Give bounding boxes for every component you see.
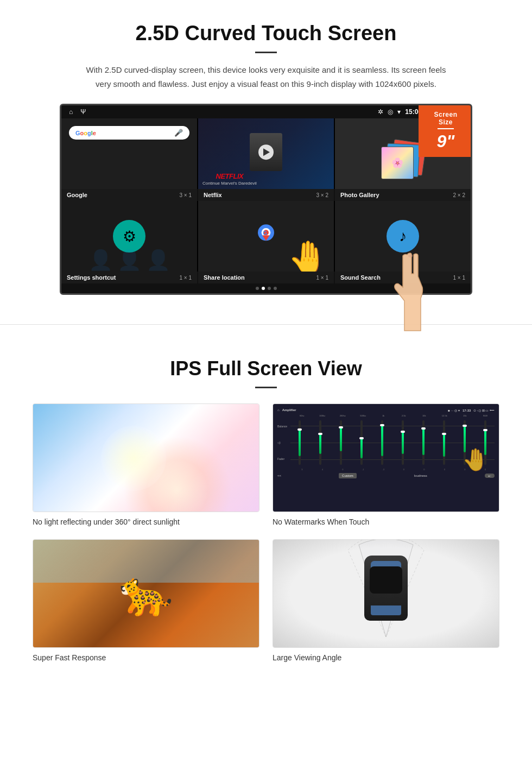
sound-icon: ♪ [387,220,419,253]
netflix-subtitle: Continue Marvel's Daredevil [202,181,257,186]
dot-3 [268,287,271,290]
photo-card-3 [381,147,414,179]
netflix-label: Netflix [204,192,222,198]
netflix-size: 3 × 2 [316,192,328,198]
settings-label-cell: Settings shortcut 1 × 1 [61,272,197,283]
dot-2 [262,287,265,290]
hand-touch-image: 🤚 [288,238,328,272]
car-top-view [359,556,413,632]
gallery-label: Photo Gallery [340,192,379,198]
share-label-cell: Share location 1 × 1 [198,272,334,283]
feature-fast-response: 🐆 Super Fast Response [33,539,259,662]
badge-divider [438,128,454,129]
custom-btn: Custom [339,473,357,478]
svg-text:G: G [263,230,267,236]
svg-point-7 [408,254,413,257]
amp-header: ⌂ Amplifier ■ ··· ◎ ▾ 17:33 ⊙ ◁) ⊠ ▭ ⟵ [277,408,495,412]
wifi-icon: ▾ [397,108,401,116]
gallery-size: 2 × 2 [453,192,465,198]
usb-icon: Ψ [80,108,86,116]
feature-no-light: No light reflecting under 360° direct su… [33,403,259,526]
car-roof [370,566,402,594]
gallery-label-cell: Photo Gallery 2 × 2 [335,189,471,201]
sound-size: 1 × 1 [453,275,465,281]
ips-title: IPS Full Screen View [33,357,499,380]
amplifier-image: ⌂ Amplifier ■ ··· ◎ ▾ 17:33 ⊙ ◁) ⊠ ▭ ⟵ 6… [273,403,499,512]
sky-visual [33,404,259,512]
settings-icon: ⚙ [113,220,145,253]
loudness-toggle: ●○ [485,474,495,478]
netflix-app-cell[interactable]: NETFLIX Continue Marvel's Daredevil [198,118,334,189]
amp-back-btn: << [277,474,281,477]
section-divider [0,324,532,325]
no-light-image [33,403,259,512]
cheetah-image: 🐆 [33,539,259,648]
status-bar-left: ⌂ Ψ [69,108,86,116]
google-app-cell[interactable]: Google 🎤 [61,118,197,189]
app-grid-top: Google 🎤 NETFLIX Continue Mar [61,118,471,189]
google-maps-icon: G [252,223,280,250]
fast-response-label: Super Fast Response [33,653,259,662]
hand-pointer-wrapper [375,249,440,338]
screen-size-badge: Screen Size 9" [419,105,472,157]
feature-viewing-angle: Large Viewing Angle [273,539,499,662]
netflix-logo: NETFLIX [202,172,257,180]
dot-4 [274,287,277,290]
cheetah-visual: 🐆 [33,540,259,647]
ips-title-divider [255,387,277,388]
google-size: 3 × 1 [179,192,192,198]
netflix-bg: NETFLIX Continue Marvel's Daredevil [198,118,334,189]
photo-stack [381,141,425,185]
settings-size: 1 × 1 [179,275,192,281]
google-label: Google [67,192,87,198]
share-location-cell[interactable]: G 🤚 [198,201,334,272]
bluetooth-icon: ✲ [378,108,383,116]
no-light-label: No light reflecting under 360° direct su… [33,518,259,526]
location-icon: ◎ [388,108,393,116]
hand-touch-eq: 🤚 [462,447,489,472]
ips-section: IPS Full Screen View No light reflecting… [0,336,532,684]
home-icon: ⌂ [69,108,73,116]
viewing-angle-label: Large Viewing Angle [273,653,499,662]
no-watermarks-label: No Watermarks When Touch [273,518,499,526]
google-logo: Google [75,130,96,136]
badge-size: 9" [426,131,465,152]
curved-description: With 2.5D curved-display screen, this de… [81,63,451,91]
curved-title: 2.5D Curved Touch Screen [33,22,499,45]
settings-label: Settings shortcut [67,274,116,281]
google-label-cell: Google 3 × 1 [61,189,197,201]
car-image [273,539,499,648]
hand-pointer-svg [375,249,440,336]
car-body [364,556,408,621]
badge-label: Screen Size [426,111,465,126]
features-grid: No light reflecting under 360° direct su… [33,403,499,662]
google-search-bar: Google 🎤 [69,126,189,140]
title-divider [255,52,277,53]
loudness-label: loudness [414,474,427,477]
amp-footer: << Custom loudness ●○ [277,473,495,478]
share-size: 1 × 1 [316,275,328,281]
car-visual [273,540,499,647]
app-labels-row-top: Google 3 × 1 Netflix 3 × 2 Photo Gallery… [61,189,471,201]
netflix-label-area: NETFLIX Continue Marvel's Daredevil [202,172,257,186]
netflix-label-cell: Netflix 3 × 2 [198,189,334,201]
share-label: Share location [204,274,245,281]
amplifier-visual: ⌂ Amplifier ■ ··· ◎ ▾ 17:33 ⊙ ◁) ⊠ ▭ ⟵ 6… [273,404,499,512]
mic-icon: 🎤 [174,129,183,137]
status-bar: ⌂ Ψ ✲ ◎ ▾ 15:06 ⊙ ◁) ⊠ ▭ [61,105,471,118]
device-mockup: Screen Size 9" ⌂ Ψ ✲ ◎ ▾ 15:06 ⊙ ◁) ⊠ [60,104,472,295]
feature-no-watermarks: ⌂ Amplifier ■ ··· ◎ ▾ 17:33 ⊙ ◁) ⊠ ▭ ⟵ 6… [273,403,499,526]
car-rear-window [371,605,401,615]
curved-touch-section: 2.5D Curved Touch Screen With 2.5D curve… [0,0,532,313]
play-icon [263,148,270,156]
play-overlay [258,144,274,160]
settings-app-cell[interactable]: 👤👤👤 ⚙ [61,201,197,272]
ghost-icons: 👤👤👤 [61,249,197,272]
dot-1 [256,287,259,290]
